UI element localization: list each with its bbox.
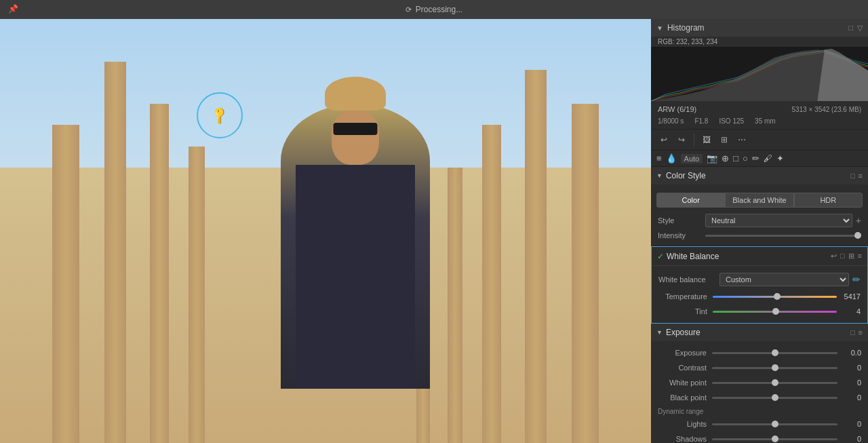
temperature-slider[interactable] — [713, 296, 837, 298]
heal-tool[interactable]: ✦ — [776, 153, 784, 163]
black-point-slider[interactable] — [712, 397, 837, 399]
hdr-button[interactable]: HDR — [794, 193, 863, 208]
white-point-slider[interactable] — [712, 382, 837, 384]
brush-tool[interactable]: 🖋 — [764, 153, 772, 163]
black-point-thumb[interactable] — [772, 394, 778, 401]
contrast-label: Contrast — [658, 364, 712, 372]
tint-row: Tint 4 — [652, 304, 867, 319]
histogram-canvas — [651, 47, 868, 101]
histogram-icon-2[interactable]: ▽ — [857, 24, 863, 33]
temperature-thumb[interactable] — [774, 293, 781, 300]
black-point-slider-row: Black point 0 — [651, 390, 868, 405]
lights-value: 0 — [837, 420, 861, 428]
white-balance-title: White Balance — [667, 252, 831, 261]
lights-thumb[interactable] — [772, 421, 778, 427]
color-style-icon-2[interactable]: ≡ — [859, 172, 863, 180]
color-button[interactable]: Color — [656, 193, 725, 208]
svg-marker-1 — [817, 49, 868, 101]
eyedropper-tool[interactable]: 💧 — [666, 153, 677, 163]
white-balance-row: White balance Custom Auto Daylight Cloud… — [652, 270, 867, 289]
lights-label: Lights — [658, 420, 712, 428]
meta-focal: 35 mm — [755, 117, 776, 125]
color-style-content: Color Black and White HDR Style Neutral … — [651, 185, 868, 246]
pin-icon[interactable]: 📌 — [8, 4, 18, 14]
white-point-thumb[interactable] — [772, 379, 778, 386]
bw-button[interactable]: Black and White — [725, 193, 793, 208]
exposure-thumb[interactable] — [772, 349, 778, 356]
white-balance-header: ✓ White Balance ↩ □ ⊞ ≡ — [652, 247, 867, 266]
photo-button[interactable]: 🖼 — [699, 132, 714, 147]
wb-paste-icon[interactable]: ⊞ — [848, 252, 854, 261]
redo-button[interactable]: ↪ — [674, 132, 689, 147]
exposure-content: Exposure 0.0 Contrast 0 White point — [651, 341, 868, 443]
wb-menu-icon[interactable]: ≡ — [858, 252, 862, 261]
style-add-button[interactable]: + — [856, 215, 861, 226]
exposure-title: Exposure — [666, 328, 850, 337]
circle-tool[interactable]: ○ — [743, 153, 748, 163]
temperature-label: Temperature — [658, 292, 713, 301]
white-balance-select[interactable]: Custom Auto Daylight Cloudy Shade — [719, 273, 849, 286]
intensity-label: Intensity — [658, 231, 705, 239]
exposure-slider[interactable] — [712, 352, 837, 354]
exposure-label: Exposure — [658, 349, 712, 357]
shadows-slider[interactable] — [712, 438, 837, 440]
tint-value: 4 — [837, 307, 861, 315]
intensity-row: Intensity — [651, 229, 868, 242]
exposure-value: 0.0 — [837, 349, 861, 357]
contrast-slider[interactable] — [712, 367, 837, 369]
shadows-value: 0 — [837, 435, 861, 443]
exposure-copy-icon[interactable]: □ — [850, 328, 855, 336]
tool-icons-row: ≡ 💧 Auto 📷 ⊕ □ ○ ✏ 🖋 ✦ — [651, 151, 868, 167]
exposure-menu-icon[interactable]: ≡ — [859, 328, 863, 336]
pillar-7 — [482, 125, 501, 443]
contrast-thumb[interactable] — [772, 364, 778, 371]
shadows-slider-row: Shadows 0 — [651, 431, 868, 443]
wb-undo-icon[interactable]: ↩ — [831, 252, 837, 261]
eyedropper-cursor: 🔑 — [197, 92, 243, 138]
more-button[interactable]: ⋯ — [734, 132, 749, 147]
processing-spinner: ⟳ — [406, 5, 412, 14]
white-point-slider-row: White point 0 — [651, 375, 868, 390]
file-dimensions: 5313 × 3542 (23.6 MB) — [791, 106, 861, 113]
pillar-3 — [150, 104, 169, 443]
wb-eyedropper-icon[interactable]: ✏ — [852, 274, 861, 285]
tint-thumb[interactable] — [772, 308, 779, 315]
auto-button[interactable]: Auto — [681, 154, 703, 163]
meta-shutter: 1/8000 s — [658, 117, 684, 125]
pillar-4 — [189, 147, 205, 444]
exposure-icons: □ ≡ — [850, 328, 863, 336]
pen-tool[interactable]: ✏ — [752, 153, 760, 163]
intensity-thumb[interactable] — [854, 232, 861, 239]
pillar-2 — [104, 62, 126, 444]
color-style-header[interactable]: ▼ Color Style □ ≡ — [651, 167, 868, 185]
image-area: 🔑 1/8000 s F1.8 ISO 125 35 mm 🗑 ★ ★ ★ ★ … — [0, 19, 651, 443]
style-select[interactable]: Neutral Vivid Portrait — [705, 214, 852, 227]
histogram-icons: □ ▽ — [848, 24, 863, 33]
shadows-label: Shadows — [658, 435, 712, 443]
temperature-value: 5417 — [837, 292, 861, 301]
file-meta: 1/8000 s F1.8 ISO 125 35 mm — [651, 116, 868, 129]
dropper-icon: 🔑 — [209, 104, 230, 126]
color-style-icon-1[interactable]: □ — [850, 172, 855, 180]
pillar-5 — [572, 104, 599, 443]
shadows-thumb[interactable] — [772, 436, 778, 442]
lights-slider[interactable] — [712, 423, 837, 425]
histogram-title: Histogram — [667, 23, 848, 33]
lights-slider-row: Lights 0 — [651, 417, 868, 431]
tint-slider[interactable] — [713, 311, 837, 313]
histogram-collapse-arrow[interactable]: ▼ — [656, 24, 663, 32]
compare-button[interactable]: ⊞ — [717, 132, 732, 147]
exposure-header[interactable]: ▼ Exposure □ ≡ — [651, 324, 868, 341]
histogram-icon-1[interactable]: □ — [848, 24, 853, 33]
tools-panel-icon[interactable]: ≡ — [656, 153, 662, 163]
right-panel: ▼ Histogram □ ▽ RGB: 232, 233, 234 — [651, 19, 868, 443]
undo-button[interactable]: ↩ — [656, 132, 671, 147]
select-tool[interactable]: □ — [733, 153, 738, 163]
wb-copy-icon[interactable]: □ — [840, 252, 845, 261]
white-balance-content: White balance Custom Auto Daylight Cloud… — [652, 266, 867, 323]
camera-tool[interactable]: 📷 — [707, 153, 717, 163]
person-figure — [281, 104, 430, 389]
intensity-slider[interactable] — [705, 235, 861, 237]
wb-label: White balance — [658, 275, 719, 284]
crop-tool[interactable]: ⊕ — [722, 153, 729, 163]
